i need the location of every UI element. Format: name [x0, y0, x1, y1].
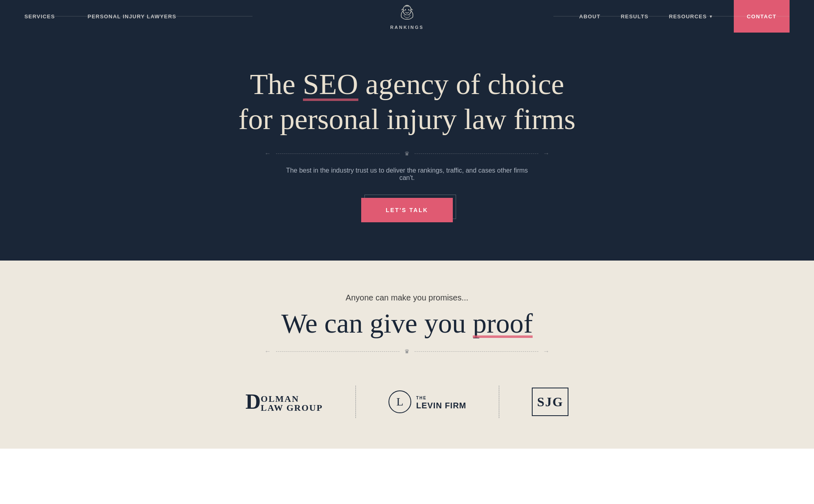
hero-subtext: The best in the industry trust us to del…	[285, 167, 529, 182]
client-logos: D OLMAN LAW GROUP L THE LEVIN FIRM	[24, 379, 790, 424]
proof-tagline: Anyone can make you promises...	[24, 293, 790, 302]
seo-highlight: SEO	[303, 67, 358, 102]
hero-divider: ← ♛ →	[265, 150, 550, 157]
dolman-law: LAW GROUP	[261, 403, 323, 412]
list-item: D OLMAN LAW GROUP	[213, 383, 355, 421]
hero-section: The SEO agency of choice for personal in…	[0, 33, 814, 261]
svg-point-2	[408, 9, 409, 11]
list-item: L THE LEVIN FIRM	[356, 382, 499, 421]
hero-heading: The SEO agency of choice for personal in…	[239, 67, 576, 137]
chevron-down-icon: ▼	[709, 14, 713, 19]
levin-circle-icon: L	[388, 390, 411, 413]
divider-line-left	[276, 153, 400, 154]
arrow-left-dark-icon: ←	[265, 348, 271, 355]
nav-left: SERVICES PERSONAL INJURY LAWYERS	[24, 13, 176, 20]
arrow-right-icon: →	[543, 150, 550, 157]
sjg-logo: SJG	[532, 388, 568, 416]
nav-about-link[interactable]: ABOUT	[579, 13, 600, 20]
nav-right-links: ABOUT RESULTS RESOURCES ▼	[579, 13, 713, 20]
levin-text: THE LEVIN FIRM	[416, 394, 466, 410]
dolman-name: OLMAN	[261, 394, 323, 403]
proof-highlight: proof	[473, 308, 533, 339]
lets-talk-button[interactable]: LET'S TALK	[361, 198, 452, 222]
svg-point-1	[405, 9, 406, 11]
levin-l-letter: L	[396, 395, 403, 408]
nav-right: ABOUT RESULTS RESOURCES ▼ CONTACT	[579, 0, 790, 33]
levin-logo: L THE LEVIN FIRM	[388, 390, 466, 413]
logo-text: RANKINGS	[390, 25, 424, 30]
crown-dark-icon: ♛	[404, 348, 410, 355]
nav-results-link[interactable]: RESULTS	[621, 13, 649, 20]
levin-the-label: THE	[416, 396, 427, 400]
divider-line-right	[415, 153, 538, 154]
levin-name: LEVIN FIRM	[416, 401, 466, 410]
arrow-right-dark-icon: →	[543, 348, 550, 355]
arrow-left-icon: ←	[265, 150, 271, 157]
nav-resources-link[interactable]: RESOURCES ▼	[669, 13, 713, 20]
cta-wrapper: LET'S TALK	[361, 198, 452, 222]
navbar: SERVICES PERSONAL INJURY LAWYERS RANKING…	[0, 0, 814, 33]
proof-section: Anyone can make you promises... We can g…	[0, 261, 814, 449]
nav-services-link[interactable]: SERVICES	[24, 13, 55, 20]
nav-injury-lawyers-link[interactable]: PERSONAL INJURY LAWYERS	[88, 13, 176, 20]
list-item: SJG	[499, 379, 601, 424]
dolman-d-letter: D	[246, 391, 261, 412]
nav-logo[interactable]: RANKINGS	[390, 3, 424, 30]
dolman-logo: D OLMAN LAW GROUP	[246, 391, 323, 412]
proof-divider: ← ♛ →	[265, 348, 550, 355]
dolman-text: OLMAN LAW GROUP	[261, 394, 323, 412]
sjg-initials: SJG	[537, 394, 564, 410]
hero-heading-line1: The SEO agency of choice	[250, 68, 564, 101]
divider-dark-line-left	[276, 351, 400, 352]
contact-button[interactable]: CONTACT	[734, 0, 790, 33]
divider-dark-line-right	[415, 351, 538, 352]
proof-heading: We can give you proof	[24, 307, 790, 340]
crown-icon: ♛	[404, 150, 410, 157]
hero-heading-line2: for personal injury law firms	[239, 103, 576, 136]
